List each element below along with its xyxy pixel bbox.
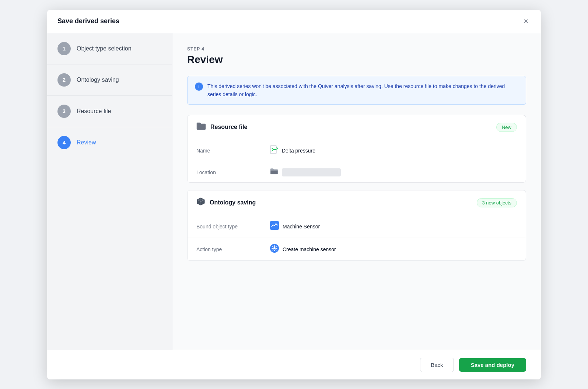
bound-object-text: Machine Sensor: [283, 224, 320, 229]
back-button[interactable]: Back: [420, 358, 454, 372]
sidebar-item-3[interactable]: 3 Resource file: [47, 96, 172, 127]
step-circle-1: 1: [57, 42, 71, 55]
resource-location-icon: [270, 168, 278, 176]
ontology-saving-badge: 3 new objects: [477, 198, 517, 207]
sidebar-item-1[interactable]: 1 Object type selection: [47, 33, 172, 64]
modal-header: Save derived series ×: [47, 10, 541, 33]
cube-icon: [196, 197, 205, 208]
resource-location-placeholder: [282, 168, 341, 176]
resource-name-text: Delta pressure: [282, 148, 315, 154]
resource-location-label: Location: [196, 169, 270, 175]
folder-icon: [196, 122, 206, 132]
resource-file-card-header: Resource file New: [188, 115, 526, 139]
save-and-deploy-button[interactable]: Save and deploy: [459, 358, 526, 372]
resource-location-value: [270, 168, 341, 176]
ontology-saving-title: Ontology saving: [210, 199, 256, 206]
resource-name-value: Delta pressure: [270, 145, 315, 156]
main-content: STEP 4 Review i This derived series won'…: [172, 33, 541, 350]
sidebar-item-4[interactable]: 4 Review: [47, 127, 172, 158]
resource-file-card-header-left: Resource file: [196, 122, 247, 132]
action-type-row: Action type Create machine sensor: [188, 238, 526, 260]
modal-title: Save derived series: [57, 17, 119, 25]
action-type-label: Action type: [196, 246, 270, 252]
modal-footer: Back Save and deploy: [47, 350, 541, 379]
info-banner: i This derived series won't be associate…: [187, 76, 526, 105]
svg-rect-1: [271, 171, 278, 174]
resource-file-icon: [270, 145, 278, 156]
info-icon: i: [195, 83, 203, 91]
resource-location-row: Location: [188, 162, 526, 182]
step-title: Review: [187, 54, 526, 66]
bound-object-label: Bound object type: [196, 224, 270, 229]
create-sensor-icon: [270, 244, 279, 255]
sidebar-item-2[interactable]: 2 Ontology saving: [47, 64, 172, 96]
sidebar: 1 Object type selection 2 Ontology savin…: [47, 33, 172, 350]
machine-sensor-icon: [270, 221, 279, 232]
bound-object-value: Machine Sensor: [270, 221, 320, 232]
step-label-3: Resource file: [77, 108, 111, 115]
resource-file-card: Resource file New Name: [187, 115, 526, 183]
resource-name-row: Name Delta pressure: [188, 139, 526, 162]
ontology-saving-card-header: Ontology saving 3 new objects: [188, 190, 526, 215]
step-number: STEP 4: [187, 46, 526, 52]
step-label-1: Object type selection: [77, 45, 132, 52]
step-circle-2: 2: [57, 73, 71, 87]
resource-file-title: Resource file: [210, 124, 247, 130]
resource-file-badge: New: [496, 123, 517, 132]
step-circle-3: 3: [57, 105, 71, 118]
action-type-value: Create machine sensor: [270, 244, 336, 255]
resource-name-label: Name: [196, 148, 270, 154]
step-label-2: Ontology saving: [77, 77, 119, 83]
step-circle-4: 4: [57, 136, 71, 149]
svg-point-4: [273, 247, 276, 249]
bound-object-row: Bound object type Machine Sensor: [188, 215, 526, 238]
step-label-4: Review: [77, 139, 96, 146]
modal-body: 1 Object type selection 2 Ontology savin…: [47, 33, 541, 350]
info-banner-text: This derived series won't be associated …: [207, 82, 518, 99]
action-type-text: Create machine sensor: [283, 246, 336, 252]
ontology-saving-card-header-left: Ontology saving: [196, 197, 256, 208]
ontology-saving-card: Ontology saving 3 new objects Bound obje…: [187, 190, 526, 261]
modal: Save derived series × 1 Object type sele…: [47, 10, 541, 379]
close-button[interactable]: ×: [521, 17, 531, 26]
